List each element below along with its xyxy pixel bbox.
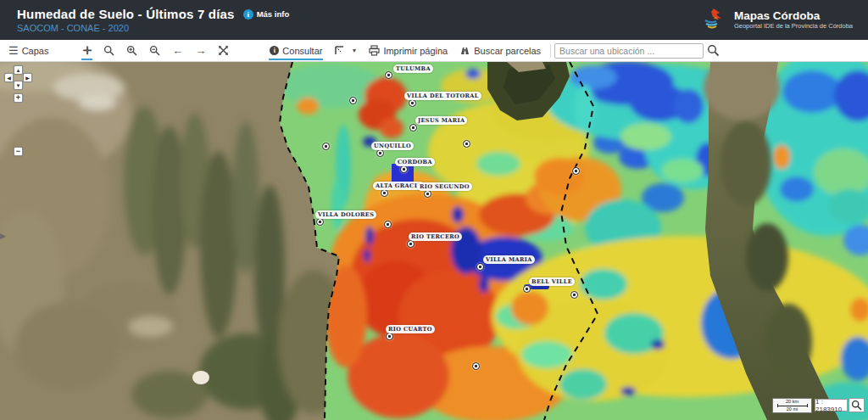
brand-logo-icon — [702, 6, 727, 35]
city-marker[interactable] — [570, 291, 578, 299]
city-label: JESUS MARIA — [415, 116, 467, 125]
city-label: VILLA MARIA — [483, 255, 535, 264]
city-marker[interactable] — [572, 167, 580, 175]
pan-up-button[interactable]: ▲ — [14, 65, 23, 75]
scale-mi-label: 20 mi — [787, 407, 798, 412]
more-info-label: Más info — [257, 9, 290, 19]
layers-icon: ☰ — [8, 45, 19, 56]
location-search-input[interactable] — [554, 43, 704, 59]
brand-tagline: Geoportal IDE de la Provincia de Córdoba — [734, 23, 853, 31]
consult-button[interactable]: i Consultar — [264, 40, 328, 61]
city-marker[interactable] — [322, 143, 330, 150]
zoom-box-button[interactable] — [97, 40, 120, 61]
search-icon — [707, 44, 720, 57]
city-marker[interactable] — [463, 140, 470, 148]
chevron-down-icon: ▼ — [351, 48, 357, 53]
four-arrows-icon — [218, 45, 229, 56]
info-circle-icon: i — [270, 46, 279, 55]
city-label: RIO CUARTO — [386, 325, 435, 333]
city-marker[interactable] — [472, 362, 480, 370]
sidebar-expander[interactable]: ▶ — [0, 228, 8, 244]
measure-icon — [334, 45, 346, 56]
pan-tool-button[interactable]: ✛ — [76, 40, 97, 61]
city-marker[interactable] — [349, 97, 357, 104]
pan-move-icon: ✛ — [82, 45, 92, 56]
city-marker[interactable] — [384, 221, 392, 228]
page-title: Humedad de Suelo - Últimos 7 días — [17, 7, 235, 21]
magnifier-minus-icon — [149, 45, 160, 56]
binoculars-icon — [459, 46, 470, 56]
layers-label: Capas — [22, 46, 49, 56]
arrow-left-icon: ← — [172, 45, 183, 56]
city-marker[interactable] — [385, 71, 392, 79]
zoom-in-map-button[interactable]: + — [14, 93, 23, 103]
previous-extent-button[interactable]: ← — [166, 40, 189, 61]
page-subtitle: SAOCOM - CONAE - 2020 — [17, 23, 289, 33]
zoom-out-map-button[interactable]: − — [14, 147, 23, 156]
magnifier-plus-icon — [126, 45, 137, 56]
city-label: CORDOBA — [395, 158, 435, 166]
city-label: RIO SEGUNDO — [417, 182, 472, 191]
zoom-out-button[interactable] — [143, 40, 166, 61]
printer-icon — [369, 45, 380, 56]
print-page-button[interactable]: Imprimir página — [363, 40, 453, 61]
brand-name: Mapas Córdoba — [734, 9, 853, 23]
consult-label: Consultar — [282, 46, 322, 56]
print-label: Imprimir página — [383, 46, 448, 56]
city-label: VILLA DEL TOTORAL — [404, 92, 481, 100]
search-submit-button[interactable] — [704, 40, 723, 61]
city-marker[interactable] — [409, 124, 417, 132]
scale-bar: 20 km 20 mi — [772, 398, 812, 413]
header-bar: Humedad de Suelo - Últimos 7 días i Más … — [0, 0, 868, 40]
info-icon: i — [243, 9, 253, 20]
map-toolbar: ☰ Capas ✛ ← → i Consultar — [0, 40, 868, 62]
measure-tool-button[interactable]: ▼ — [328, 40, 363, 61]
brand-block[interactable]: Mapas Córdoba Geoportal IDE de la Provin… — [702, 6, 868, 35]
city-marker[interactable] — [523, 285, 531, 293]
pan-right-button[interactable]: ▶ — [23, 73, 32, 82]
more-info-link[interactable]: i Más info — [243, 9, 290, 20]
city-label: BELL VILLE — [529, 277, 575, 286]
parcels-label: Buscar parcelas — [474, 46, 541, 56]
arrow-right-icon: → — [195, 45, 206, 56]
search-icon — [851, 400, 862, 411]
city-label: TULUMBA — [393, 64, 433, 73]
scale-ratio-box[interactable]: 1 : 2183910 — [815, 399, 848, 412]
map-viewport[interactable]: TULUMBAVILLA DEL TOTORALJESUS MARIAUNQUI… — [0, 62, 868, 420]
city-label: RIO TERCERO — [409, 232, 462, 241]
pan-left-button[interactable]: ◀ — [4, 73, 14, 82]
toolbar-separator — [550, 44, 551, 58]
scale-zoom-button[interactable] — [849, 398, 865, 412]
full-extent-button[interactable] — [212, 40, 235, 61]
magnifier-icon — [103, 45, 114, 56]
city-marker[interactable] — [476, 263, 484, 271]
zoom-in-button[interactable] — [120, 40, 143, 61]
pan-down-button[interactable]: ▼ — [14, 81, 23, 90]
search-parcels-button[interactable]: Buscar parcelas — [453, 40, 547, 61]
city-label: VILLA DOLORES — [315, 210, 376, 219]
app-window: Humedad de Suelo - Últimos 7 días i Más … — [0, 0, 868, 420]
layers-button[interactable]: ☰ Capas — [0, 40, 54, 61]
next-extent-button[interactable]: → — [189, 40, 212, 61]
city-label: UNQUILLO — [371, 142, 414, 150]
